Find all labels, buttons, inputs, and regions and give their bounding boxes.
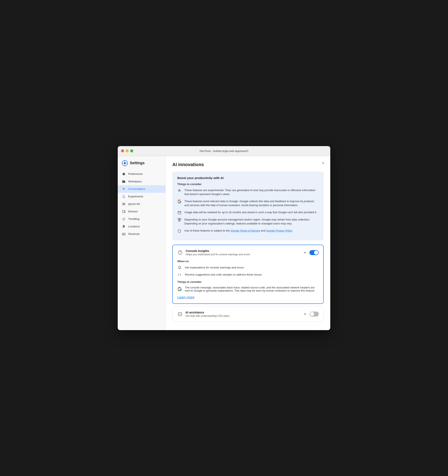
ai-assistance-controls bbox=[303, 312, 319, 317]
device-icon bbox=[122, 210, 126, 213]
close-traffic-light[interactable] bbox=[121, 149, 124, 152]
svg-point-1 bbox=[124, 162, 126, 164]
console-insights-info: Console Insights Helps you understand an… bbox=[186, 249, 250, 256]
sidebar-item-devices[interactable]: Devices bbox=[118, 208, 165, 215]
devices-label: Devices bbox=[128, 210, 138, 213]
ai-assistance-info: AI assistance Get help with understandin… bbox=[186, 311, 229, 317]
console-insights-title: Console Insights bbox=[186, 249, 250, 253]
console-insights-body: When on Get explanations for console war… bbox=[177, 260, 319, 299]
ai-assistance-desc: Get help with understanding CSS styles bbox=[186, 314, 229, 317]
terms-of-service-link[interactable]: Google Terms of Service bbox=[230, 229, 260, 232]
svg-rect-8 bbox=[122, 205, 124, 205]
svg-rect-17 bbox=[125, 234, 125, 235]
devtools-window: DevTools - bubble-jingle.web.app/search … bbox=[118, 146, 330, 330]
shortcuts-label: Shortcuts bbox=[128, 232, 140, 236]
info-item-4: Depending on your Google account managem… bbox=[177, 218, 319, 226]
workspace-label: Workspace bbox=[128, 180, 142, 183]
when-on-item-2: Receive suggestions and code samples to … bbox=[177, 272, 319, 277]
svg-rect-18 bbox=[178, 211, 181, 214]
folder-icon bbox=[122, 180, 126, 183]
shield-icon bbox=[177, 229, 181, 233]
info-item-text-3: Usage data will be retained for up to 18… bbox=[184, 210, 317, 215]
org-icon bbox=[177, 218, 181, 222]
titlebar: DevTools - bubble-jingle.web.app/search bbox=[118, 146, 330, 156]
ai-assistance-toggle-knob bbox=[310, 312, 314, 316]
sidebar-item-preferences[interactable]: Preferences bbox=[118, 170, 165, 178]
locations-label: Locations bbox=[128, 225, 140, 228]
console-insights-header-left: Console Insights Helps you understand an… bbox=[177, 249, 250, 256]
svg-rect-13 bbox=[124, 234, 124, 234]
lightbulb-icon bbox=[177, 265, 182, 270]
sidebar-title: Settings bbox=[130, 161, 145, 165]
console-insights-card: Console Insights Helps you understand an… bbox=[172, 245, 323, 304]
sidebar-item-ignore-list[interactable]: Ignore list bbox=[118, 200, 165, 208]
page-title: AI innovations bbox=[172, 162, 323, 167]
info-item-text-4: Depending on your Google account managem… bbox=[184, 218, 319, 226]
keyboard-icon bbox=[122, 232, 126, 236]
ai-assistance-header: AI assistance Get help with understandin… bbox=[177, 311, 319, 317]
preferences-label: Preferences bbox=[128, 172, 143, 176]
svg-rect-24 bbox=[179, 221, 180, 221]
ai-assistance-title: AI assistance bbox=[186, 311, 229, 314]
console-insights-desc: Helps you understand and fix console war… bbox=[186, 253, 250, 256]
svg-rect-10 bbox=[125, 211, 125, 212]
svg-rect-16 bbox=[123, 234, 125, 235]
info-item-1: These features are experimental. They us… bbox=[177, 188, 319, 196]
console-insights-toggle[interactable] bbox=[309, 250, 319, 255]
sidebar-item-ai-innovations[interactable]: AI innovations bbox=[118, 185, 165, 193]
sidebar-item-locations[interactable]: Locations bbox=[118, 223, 165, 230]
info-item-text-1: These features are experimental. They us… bbox=[184, 188, 319, 196]
learn-more-link[interactable]: Learn more bbox=[177, 295, 194, 299]
privacy-policy-link[interactable]: Google Privacy Policy bbox=[266, 229, 292, 232]
info-item-text-5: Use of these features is subject to the … bbox=[184, 229, 293, 233]
maximize-traffic-light[interactable] bbox=[130, 149, 133, 152]
console-insights-chevron-up[interactable] bbox=[303, 250, 307, 255]
google-icon bbox=[177, 199, 181, 204]
sidebar-item-experiments[interactable]: Experiments bbox=[118, 193, 165, 200]
svg-rect-11 bbox=[122, 233, 125, 235]
traffic-lights bbox=[121, 149, 133, 152]
console-insights-header: Console Insights Helps you understand an… bbox=[177, 249, 319, 256]
when-on-text-2: Receive suggestions and code samples to … bbox=[185, 273, 262, 276]
when-on-item-1: Get explanations for console warnings an… bbox=[177, 265, 319, 270]
ignore-icon bbox=[122, 202, 126, 206]
settings-logo-icon bbox=[122, 160, 128, 166]
sidebar-item-throttling[interactable]: Throttling bbox=[118, 215, 165, 223]
things-text-1: The console message, associated stack tr… bbox=[185, 286, 319, 292]
svg-rect-23 bbox=[180, 218, 181, 219]
content-area: Settings Preferences bbox=[118, 156, 330, 330]
svg-point-31 bbox=[180, 253, 181, 253]
things-to-consider-title: Things to consider bbox=[177, 280, 319, 283]
info-box-title: Boost your productivity with AI bbox=[177, 176, 319, 180]
svg-rect-7 bbox=[122, 204, 125, 204]
svg-rect-9 bbox=[123, 210, 125, 213]
svg-rect-6 bbox=[122, 203, 125, 204]
info-item-text-2: These features send relevant data to Goo… bbox=[184, 199, 319, 207]
gear-icon bbox=[122, 172, 126, 176]
info-item-3: Usage data will be retained for up to 18… bbox=[177, 210, 319, 215]
sparkle-icon bbox=[122, 187, 126, 191]
minimize-traffic-light[interactable] bbox=[126, 149, 129, 152]
things-to-consider-subtitle: Things to consider bbox=[177, 182, 319, 186]
when-on-text-1: Get explanations for console warnings an… bbox=[185, 266, 244, 269]
console-insights-icon bbox=[177, 250, 183, 255]
sidebar-header: Settings bbox=[118, 160, 165, 170]
sidebar-item-shortcuts[interactable]: Shortcuts bbox=[118, 230, 165, 238]
info-item-5: Use of these features is subject to the … bbox=[177, 229, 319, 233]
ai-assistance-toggle[interactable] bbox=[310, 312, 319, 317]
ai-assistance-header-left: AI assistance Get help with understandin… bbox=[177, 311, 229, 317]
sidebar: Settings Preferences bbox=[118, 156, 166, 330]
svg-rect-15 bbox=[123, 234, 123, 235]
info-box: Boost your productivity with AI Things t… bbox=[172, 171, 323, 240]
info-item-2: These features send relevant data to Goo… bbox=[177, 199, 319, 207]
experiments-label: Experiments bbox=[128, 195, 143, 198]
throttling-label: Throttling bbox=[128, 217, 139, 221]
ai-assistance-chevron-down[interactable] bbox=[303, 312, 307, 316]
things-item-1: The console message, associated stack tr… bbox=[177, 286, 319, 292]
console-insights-controls bbox=[303, 250, 319, 255]
sidebar-item-workspace[interactable]: Workspace bbox=[118, 178, 165, 185]
ai-assistance-icon bbox=[177, 311, 183, 317]
when-on-title: When on bbox=[177, 260, 319, 263]
close-button[interactable]: × bbox=[320, 160, 326, 166]
throttle-icon bbox=[122, 217, 126, 221]
